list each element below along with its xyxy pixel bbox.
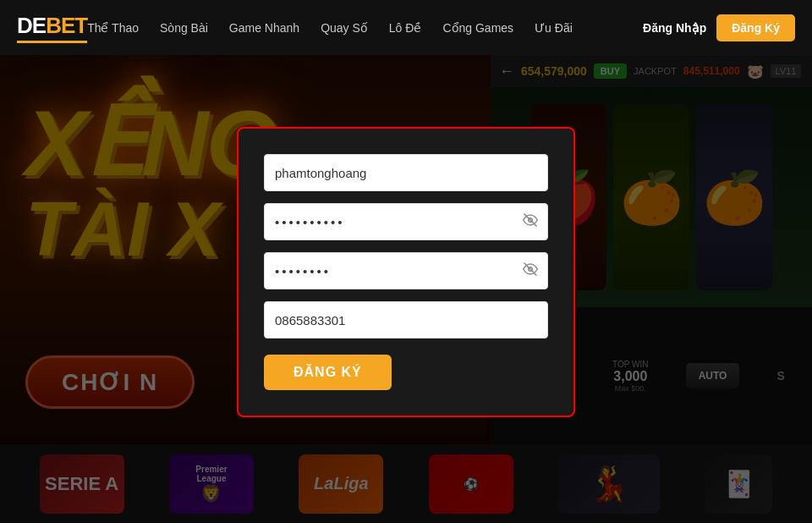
submit-button[interactable]: ĐĂNG KÝ xyxy=(264,355,392,390)
logo-text: DEBET xyxy=(17,13,87,39)
main-nav: Thể Thao Sòng Bài Game Nhanh Quay Số Lô … xyxy=(87,21,643,35)
logo-underline xyxy=(17,41,87,43)
header-actions: Đăng Nhập Đăng Ký xyxy=(643,14,795,41)
confirm-password-input[interactable] xyxy=(264,252,548,289)
nav-item-quay-so[interactable]: Quay Số xyxy=(321,21,368,35)
nav-item-song-bai[interactable]: Sòng Bài xyxy=(160,21,208,35)
main-area: XỀNG TÀI X CHƠI N ← 654,579,000 BUY JACK… xyxy=(0,55,812,523)
username-group xyxy=(264,154,548,191)
logo: DEBET xyxy=(17,13,87,43)
toggle-confirm-icon[interactable] xyxy=(523,262,538,280)
nav-item-the-thao[interactable]: Thể Thao xyxy=(87,21,139,35)
nav-item-uu-dai[interactable]: Ưu Đãi xyxy=(535,21,573,35)
nav-item-lo-de[interactable]: Lô Đề xyxy=(389,21,422,35)
logo-bet: BET xyxy=(46,13,87,38)
nav-item-game-nhanh[interactable]: Game Nhanh xyxy=(229,21,299,35)
registration-modal: ĐĂNG KÝ xyxy=(237,127,575,417)
nav-item-cong-games[interactable]: Cổng Games xyxy=(442,21,513,35)
password-input[interactable] xyxy=(264,203,548,240)
register-button[interactable]: Đăng Ký xyxy=(716,14,795,41)
phone-group xyxy=(264,301,548,339)
logo-de: DE xyxy=(17,13,46,38)
phone-input[interactable] xyxy=(264,301,548,339)
username-input[interactable] xyxy=(264,154,548,191)
confirm-password-group xyxy=(264,252,548,289)
submit-group: ĐĂNG KÝ xyxy=(264,350,548,390)
login-button[interactable]: Đăng Nhập xyxy=(643,21,706,35)
toggle-password-icon[interactable] xyxy=(523,212,538,231)
header: DEBET Thể Thao Sòng Bài Game Nhanh Quay … xyxy=(0,0,812,55)
modal-overlay: ĐĂNG KÝ xyxy=(0,55,812,523)
password-group xyxy=(264,203,548,240)
